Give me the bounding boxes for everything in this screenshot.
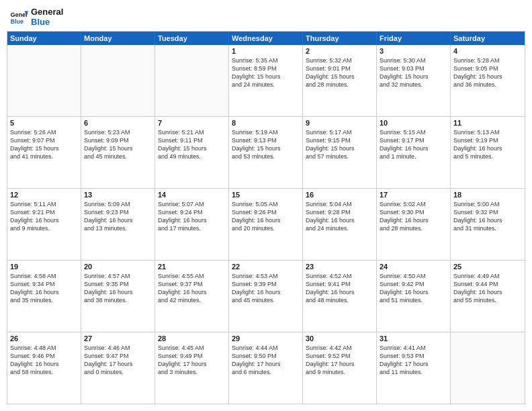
calendar-row-2: 12Sunrise: 5:11 AMSunset: 9:21 PMDayligh… — [7, 188, 525, 260]
day-number: 28 — [158, 334, 226, 342]
cell-info-text: Sunrise: 4:57 AMSunset: 9:35 PMDaylight:… — [84, 272, 152, 305]
calendar-row-0: 1Sunrise: 5:35 AMSunset: 8:59 PMDaylight… — [7, 45, 525, 116]
calendar-cell — [7, 45, 81, 116]
day-number: 23 — [306, 263, 373, 271]
day-number: 1 — [232, 47, 300, 55]
calendar-cell: 19Sunrise: 4:58 AMSunset: 9:34 PMDayligh… — [7, 261, 81, 332]
calendar-cell: 20Sunrise: 4:57 AMSunset: 9:35 PMDayligh… — [81, 261, 155, 332]
day-number: 4 — [453, 47, 522, 55]
calendar-cell: 8Sunrise: 5:19 AMSunset: 9:13 PMDaylight… — [229, 117, 303, 188]
logo-blue: Blue — [31, 17, 63, 27]
cell-info-text: Sunrise: 5:23 AMSunset: 9:09 PMDaylight:… — [84, 128, 152, 161]
calendar: SundayMondayTuesdayWednesdayThursdayFrid… — [7, 31, 525, 404]
calendar-cell: 11Sunrise: 5:13 AMSunset: 9:19 PMDayligh… — [451, 117, 525, 188]
calendar-cell: 31Sunrise: 4:41 AMSunset: 9:53 PMDayligh… — [377, 332, 451, 404]
svg-text:Blue: Blue — [10, 18, 24, 25]
calendar-cell: 14Sunrise: 5:07 AMSunset: 9:24 PMDayligh… — [155, 189, 229, 260]
general-blue-logo-icon: General Blue — [9, 7, 28, 26]
cell-info-text: Sunrise: 4:44 AMSunset: 9:50 PMDaylight:… — [232, 344, 300, 377]
header-day-thursday: Thursday — [303, 32, 377, 45]
day-number: 25 — [453, 263, 522, 271]
calendar-cell: 4Sunrise: 5:28 AMSunset: 9:05 PMDaylight… — [451, 45, 525, 116]
cell-info-text: Sunrise: 4:52 AMSunset: 9:41 PMDaylight:… — [306, 272, 373, 305]
day-number: 6 — [84, 119, 152, 127]
day-number: 29 — [232, 334, 300, 342]
calendar-body: 1Sunrise: 5:35 AMSunset: 8:59 PMDaylight… — [7, 45, 525, 404]
cell-info-text: Sunrise: 5:13 AMSunset: 9:19 PMDaylight:… — [453, 128, 522, 161]
calendar-row-1: 5Sunrise: 5:26 AMSunset: 9:07 PMDaylight… — [7, 116, 525, 188]
calendar-cell: 6Sunrise: 5:23 AMSunset: 9:09 PMDaylight… — [81, 117, 155, 188]
calendar-cell: 1Sunrise: 5:35 AMSunset: 8:59 PMDaylight… — [229, 45, 303, 116]
day-number: 2 — [306, 47, 373, 55]
calendar-cell: 13Sunrise: 5:09 AMSunset: 9:23 PMDayligh… — [81, 189, 155, 260]
logo-general: General — [31, 7, 63, 17]
calendar-cell: 25Sunrise: 4:49 AMSunset: 9:44 PMDayligh… — [451, 261, 525, 332]
day-number: 31 — [380, 334, 447, 342]
calendar-cell: 29Sunrise: 4:44 AMSunset: 9:50 PMDayligh… — [229, 332, 303, 404]
day-number: 9 — [306, 119, 373, 127]
calendar-cell: 22Sunrise: 4:53 AMSunset: 9:39 PMDayligh… — [229, 261, 303, 332]
header: General Blue General Blue — [7, 7, 525, 27]
calendar-cell: 27Sunrise: 4:46 AMSunset: 9:47 PMDayligh… — [81, 332, 155, 404]
calendar-cell — [81, 45, 155, 116]
day-number: 7 — [158, 119, 226, 127]
header-day-tuesday: Tuesday — [155, 32, 229, 45]
calendar-cell: 15Sunrise: 5:05 AMSunset: 9:26 PMDayligh… — [229, 189, 303, 260]
header-day-sunday: Sunday — [7, 32, 81, 45]
header-day-wednesday: Wednesday — [229, 32, 303, 45]
calendar-row-3: 19Sunrise: 4:58 AMSunset: 9:34 PMDayligh… — [7, 260, 525, 332]
cell-info-text: Sunrise: 5:30 AMSunset: 9:03 PMDaylight:… — [380, 56, 447, 89]
calendar-cell: 28Sunrise: 4:45 AMSunset: 9:49 PMDayligh… — [155, 332, 229, 404]
calendar-cell: 26Sunrise: 4:48 AMSunset: 9:46 PMDayligh… — [7, 332, 81, 404]
calendar-cell: 24Sunrise: 4:50 AMSunset: 9:42 PMDayligh… — [377, 261, 451, 332]
day-number: 12 — [10, 191, 78, 199]
calendar-header: SundayMondayTuesdayWednesdayThursdayFrid… — [7, 32, 525, 45]
cell-info-text: Sunrise: 4:46 AMSunset: 9:47 PMDaylight:… — [84, 344, 152, 377]
cell-info-text: Sunrise: 5:05 AMSunset: 9:26 PMDaylight:… — [232, 200, 300, 233]
day-number: 15 — [232, 191, 300, 199]
day-number: 30 — [306, 334, 373, 342]
day-number: 3 — [380, 47, 447, 55]
logo: General Blue General Blue — [9, 7, 63, 27]
cell-info-text: Sunrise: 5:02 AMSunset: 9:30 PMDaylight:… — [380, 200, 447, 233]
day-number: 8 — [232, 119, 300, 127]
cell-info-text: Sunrise: 4:58 AMSunset: 9:34 PMDaylight:… — [10, 272, 78, 305]
page: General Blue General Blue SundayMondayTu… — [0, 0, 532, 411]
calendar-cell: 17Sunrise: 5:02 AMSunset: 9:30 PMDayligh… — [377, 189, 451, 260]
calendar-cell — [155, 45, 229, 116]
calendar-cell: 3Sunrise: 5:30 AMSunset: 9:03 PMDaylight… — [377, 45, 451, 116]
day-number: 27 — [84, 334, 152, 342]
cell-info-text: Sunrise: 4:48 AMSunset: 9:46 PMDaylight:… — [10, 344, 78, 377]
calendar-cell: 21Sunrise: 4:55 AMSunset: 9:37 PMDayligh… — [155, 261, 229, 332]
cell-info-text: Sunrise: 4:55 AMSunset: 9:37 PMDaylight:… — [158, 272, 226, 305]
cell-info-text: Sunrise: 5:17 AMSunset: 9:15 PMDaylight:… — [306, 128, 373, 161]
cell-info-text: Sunrise: 4:50 AMSunset: 9:42 PMDaylight:… — [380, 272, 447, 305]
cell-info-text: Sunrise: 5:09 AMSunset: 9:23 PMDaylight:… — [84, 200, 152, 233]
cell-info-text: Sunrise: 5:28 AMSunset: 9:05 PMDaylight:… — [453, 56, 522, 89]
calendar-cell — [451, 332, 525, 404]
calendar-cell: 9Sunrise: 5:17 AMSunset: 9:15 PMDaylight… — [303, 117, 377, 188]
calendar-cell: 10Sunrise: 5:15 AMSunset: 9:17 PMDayligh… — [377, 117, 451, 188]
cell-info-text: Sunrise: 5:15 AMSunset: 9:17 PMDaylight:… — [380, 128, 447, 161]
calendar-cell: 12Sunrise: 5:11 AMSunset: 9:21 PMDayligh… — [7, 189, 81, 260]
day-number: 18 — [453, 191, 522, 199]
cell-info-text: Sunrise: 5:21 AMSunset: 9:11 PMDaylight:… — [158, 128, 226, 161]
cell-info-text: Sunrise: 5:00 AMSunset: 9:32 PMDaylight:… — [453, 200, 522, 233]
day-number: 16 — [306, 191, 373, 199]
calendar-cell: 23Sunrise: 4:52 AMSunset: 9:41 PMDayligh… — [303, 261, 377, 332]
calendar-cell: 18Sunrise: 5:00 AMSunset: 9:32 PMDayligh… — [451, 189, 525, 260]
header-day-friday: Friday — [377, 32, 451, 45]
day-number: 21 — [158, 263, 226, 271]
day-number: 13 — [84, 191, 152, 199]
calendar-cell: 30Sunrise: 4:42 AMSunset: 9:52 PMDayligh… — [303, 332, 377, 404]
day-number: 17 — [380, 191, 447, 199]
day-number: 11 — [453, 119, 522, 127]
calendar-cell: 16Sunrise: 5:04 AMSunset: 9:28 PMDayligh… — [303, 189, 377, 260]
day-number: 19 — [10, 263, 78, 271]
calendar-row-4: 26Sunrise: 4:48 AMSunset: 9:46 PMDayligh… — [7, 332, 525, 404]
day-number: 10 — [380, 119, 447, 127]
calendar-cell: 2Sunrise: 5:32 AMSunset: 9:01 PMDaylight… — [303, 45, 377, 116]
cell-info-text: Sunrise: 5:04 AMSunset: 9:28 PMDaylight:… — [306, 200, 373, 233]
cell-info-text: Sunrise: 4:42 AMSunset: 9:52 PMDaylight:… — [306, 344, 373, 377]
cell-info-text: Sunrise: 4:41 AMSunset: 9:53 PMDaylight:… — [380, 344, 447, 377]
